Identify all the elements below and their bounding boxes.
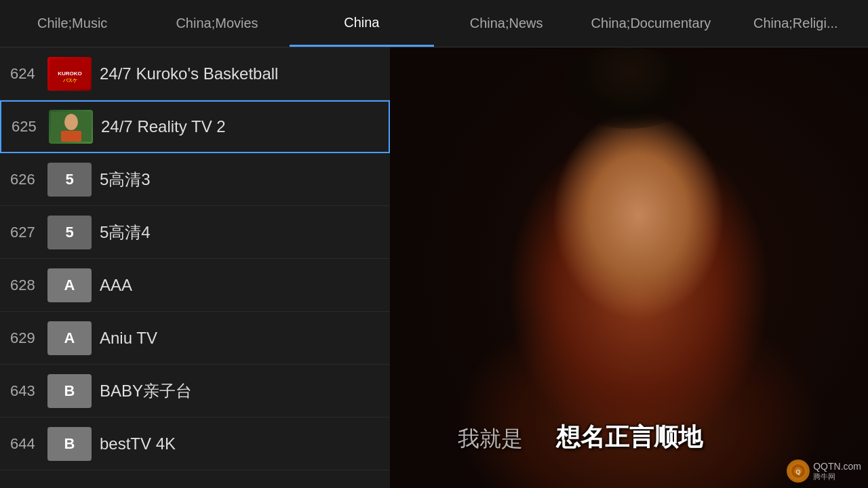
channel-name: BABY亲子台 <box>100 380 192 402</box>
channel-item-629[interactable]: 629AAniu TV <box>0 312 390 365</box>
channel-logo <box>49 110 93 144</box>
channel-name: 5高清4 <box>100 222 151 243</box>
channel-number: 628 <box>10 277 47 294</box>
tab-chile-music[interactable]: Chile;Music <box>0 0 144 47</box>
main-content: 624KUROKOバスケ24/7 Kuroko's Basketball6252… <box>0 47 868 488</box>
channel-logo: 5 <box>47 163 92 197</box>
channel-name: 5高清3 <box>100 169 151 190</box>
channel-item-625[interactable]: 62524/7 Reality TV 2 <box>0 100 390 153</box>
watermark-text: QQTN.com <box>813 461 861 472</box>
channel-item-643[interactable]: 643BBABY亲子台 <box>0 365 390 418</box>
svg-text:Q: Q <box>796 468 801 475</box>
channel-name: Aniu TV <box>100 329 157 348</box>
channel-item-626[interactable]: 62655高清3 <box>0 153 390 206</box>
tab-china-religion[interactable]: China;Religi... <box>724 0 868 47</box>
channel-logo: 5 <box>47 216 92 249</box>
channel-number: 625 <box>12 118 49 136</box>
channel-number: 643 <box>10 382 47 400</box>
channel-number: 627 <box>10 224 47 241</box>
channel-name: 24/7 Reality TV 2 <box>101 117 226 136</box>
channel-name: 24/7 Kuroko's Basketball <box>100 64 278 83</box>
channel-number: 629 <box>10 329 47 347</box>
channel-list: 624KUROKOバスケ24/7 Kuroko's Basketball6252… <box>0 47 390 488</box>
svg-text:KUROKO: KUROKO <box>58 70 82 77</box>
watermark: Q QQTN.com 腾牛网 <box>787 460 861 483</box>
svg-rect-5 <box>61 131 81 142</box>
channel-logo: B <box>47 427 92 461</box>
tab-china-documentary[interactable]: China;Documentary <box>578 0 723 47</box>
watermark-subtext: 腾牛网 <box>813 472 861 482</box>
channel-item-628[interactable]: 628AAAA <box>0 259 390 312</box>
channel-logo: A <box>47 321 92 355</box>
subtitle-secondary: 我就是 <box>458 424 523 454</box>
channel-number: 626 <box>10 171 47 188</box>
nav-tabs-bar: Chile;MusicChina;MoviesChinaChina;NewsCh… <box>0 0 868 47</box>
tab-china-movies[interactable]: China;Movies <box>144 0 289 47</box>
svg-text:バスケ: バスケ <box>62 78 77 83</box>
tab-china-news[interactable]: China;News <box>434 0 578 47</box>
channel-logo: B <box>47 374 92 408</box>
channel-name: AAA <box>100 276 132 295</box>
channel-name: bestTV 4K <box>100 434 176 453</box>
watermark-logo-icon: Q <box>787 460 810 483</box>
channel-item-627[interactable]: 62755高清4 <box>0 206 390 259</box>
svg-point-4 <box>64 114 78 130</box>
channel-item-644[interactable]: 644BbestTV 4K <box>0 418 390 470</box>
channel-logo: KUROKOバスケ <box>47 57 92 91</box>
channel-number: 644 <box>10 435 47 453</box>
channel-logo: A <box>47 268 92 302</box>
channel-number: 624 <box>10 65 47 83</box>
channel-item-624[interactable]: 624KUROKOバスケ24/7 Kuroko's Basketball <box>0 47 390 100</box>
video-area: 我就是 想名正言顺地 Q QQTN.com 腾牛网 <box>390 47 868 488</box>
tab-china[interactable]: China <box>290 0 434 47</box>
